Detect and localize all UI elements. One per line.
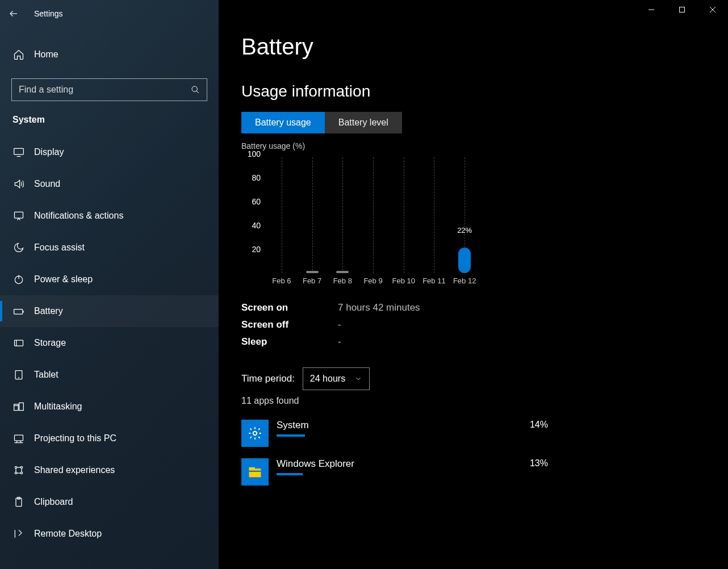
grid-line bbox=[404, 157, 404, 273]
app-percent: 14% bbox=[530, 420, 548, 430]
time-period-dropdown[interactable]: 24 hours bbox=[303, 367, 370, 390]
grid-line bbox=[282, 157, 282, 273]
stat-sleep: Sleep - bbox=[241, 333, 705, 350]
apps-found-label: 11 apps found bbox=[241, 396, 705, 406]
search-input[interactable] bbox=[19, 85, 191, 95]
svg-point-12 bbox=[20, 466, 22, 468]
sidebar-item-notifications-actions[interactable]: Notifications & actions bbox=[0, 200, 219, 232]
sidebar-item-label: Remote Desktop bbox=[34, 529, 102, 539]
x-tick: Feb 10 bbox=[392, 277, 415, 285]
battery-icon bbox=[12, 306, 25, 317]
app-row[interactable]: System14% bbox=[241, 414, 548, 453]
x-tick: Feb 11 bbox=[422, 277, 445, 285]
svg-point-14 bbox=[20, 472, 22, 474]
sidebar-item-label: Notifications & actions bbox=[34, 211, 123, 221]
sidebar-item-display[interactable]: Display bbox=[0, 136, 219, 168]
grid-line bbox=[342, 157, 343, 273]
power-icon bbox=[12, 274, 25, 285]
sidebar-item-home[interactable]: Home bbox=[0, 39, 219, 70]
sidebar-item-multitasking[interactable]: Multitasking bbox=[0, 391, 219, 422]
titlebar-right bbox=[219, 0, 728, 23]
sidebar-item-clipboard[interactable]: Clipboard bbox=[0, 486, 219, 518]
x-tick: Feb 12 bbox=[453, 277, 476, 285]
svg-rect-21 bbox=[249, 471, 261, 472]
app-name: Windows Explorer bbox=[277, 458, 530, 470]
chart-caption: Battery usage (%) bbox=[241, 141, 705, 150]
sidebar-item-label: Focus assist bbox=[34, 242, 85, 253]
app-usage-bar bbox=[277, 473, 447, 475]
back-button[interactable] bbox=[0, 0, 27, 27]
x-tick: Feb 9 bbox=[363, 277, 382, 285]
sidebar-item-label: Battery bbox=[34, 306, 63, 316]
app-name: System bbox=[277, 420, 530, 431]
multitasking-icon bbox=[12, 401, 25, 412]
svg-rect-10 bbox=[15, 435, 23, 441]
main: Battery Usage information Battery usageB… bbox=[219, 0, 728, 569]
x-tick: Feb 6 bbox=[272, 277, 291, 285]
chart-bar bbox=[336, 271, 349, 273]
y-tick: 60 bbox=[252, 197, 261, 206]
sidebar-item-sound[interactable]: Sound bbox=[0, 168, 219, 200]
sidebar-item-label: Multitasking bbox=[34, 401, 82, 412]
home-icon bbox=[12, 49, 25, 60]
tabs: Battery usageBattery level bbox=[241, 112, 705, 133]
sidebar-item-shared-experiences[interactable]: Shared experiences bbox=[0, 454, 219, 486]
grid-line bbox=[434, 157, 434, 273]
search-box[interactable] bbox=[11, 78, 207, 101]
sidebar-item-power-sleep[interactable]: Power & sleep bbox=[0, 263, 219, 295]
titlebar-left: Settings bbox=[0, 0, 219, 27]
y-tick: 20 bbox=[252, 245, 261, 254]
svg-rect-20 bbox=[249, 467, 256, 470]
remote-icon bbox=[12, 528, 25, 539]
svg-rect-4 bbox=[14, 309, 23, 314]
app-icon bbox=[241, 458, 269, 486]
sidebar-nav: DisplaySoundNotifications & actionsFocus… bbox=[0, 136, 219, 550]
moon-icon bbox=[12, 242, 25, 253]
svg-rect-8 bbox=[14, 404, 19, 411]
battery-usage-chart: 10080604020 22% Feb 6Feb 7Feb 8Feb 9Feb … bbox=[241, 154, 480, 290]
bar-value-label: 22% bbox=[457, 226, 472, 237]
x-tick: Feb 7 bbox=[303, 277, 321, 285]
svg-point-11 bbox=[15, 466, 16, 468]
sidebar-item-remote-desktop[interactable]: Remote Desktop bbox=[0, 518, 219, 550]
sidebar-item-label: Projecting to this PC bbox=[34, 433, 116, 444]
section-title: Usage information bbox=[241, 82, 705, 101]
notifications-icon bbox=[12, 210, 25, 221]
sidebar-item-battery[interactable]: Battery bbox=[0, 295, 219, 327]
maximize-button[interactable] bbox=[667, 0, 697, 19]
svg-point-18 bbox=[253, 432, 257, 436]
content: Battery Usage information Battery usageB… bbox=[219, 23, 728, 491]
svg-point-0 bbox=[192, 86, 197, 91]
sound-icon bbox=[12, 178, 25, 190]
svg-rect-17 bbox=[680, 7, 685, 12]
tab-battery-usage[interactable]: Battery usage bbox=[241, 112, 325, 133]
grid-line bbox=[373, 157, 374, 273]
app-row[interactable]: Windows Explorer13% bbox=[241, 453, 548, 491]
chart-bar bbox=[306, 271, 319, 273]
time-period-value: 24 hours bbox=[310, 374, 345, 384]
svg-point-13 bbox=[15, 472, 16, 474]
sidebar: Settings Home System DisplaySoundNotific… bbox=[0, 0, 219, 569]
y-tick: 40 bbox=[252, 221, 261, 230]
svg-rect-1 bbox=[14, 148, 24, 154]
sidebar-item-focus-assist[interactable]: Focus assist bbox=[0, 232, 219, 263]
sidebar-section-label: System bbox=[0, 101, 219, 131]
stat-screen-on: Screen on 7 hours 42 minutes bbox=[241, 299, 705, 316]
clipboard-icon bbox=[12, 496, 25, 508]
chevron-down-icon bbox=[354, 375, 362, 383]
project-icon bbox=[12, 433, 25, 444]
app-list: System14%Windows Explorer13% bbox=[241, 414, 705, 491]
sidebar-item-storage[interactable]: Storage bbox=[0, 327, 219, 359]
y-tick: 80 bbox=[252, 173, 261, 182]
minimize-button[interactable] bbox=[636, 0, 667, 19]
sidebar-item-tablet[interactable]: Tablet bbox=[0, 359, 219, 391]
tab-battery-level[interactable]: Battery level bbox=[325, 112, 402, 133]
search-icon bbox=[191, 85, 200, 94]
sidebar-item-projecting-to-this-pc[interactable]: Projecting to this PC bbox=[0, 422, 219, 454]
app-usage-bar bbox=[277, 434, 447, 437]
storage-icon bbox=[12, 337, 25, 349]
sidebar-item-label: Power & sleep bbox=[34, 274, 93, 284]
sidebar-item-label: Tablet bbox=[34, 370, 58, 380]
svg-rect-19 bbox=[249, 468, 261, 477]
close-button[interactable] bbox=[697, 0, 728, 19]
